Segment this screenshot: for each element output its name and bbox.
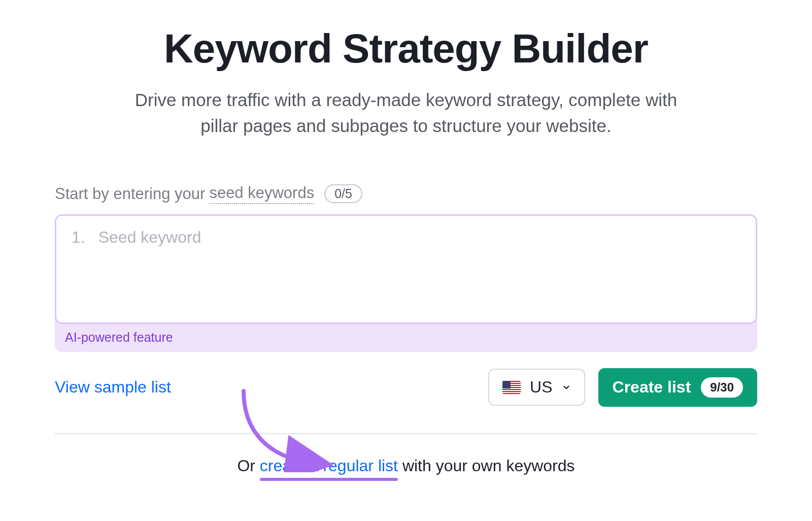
seed-input-panel: 1. Seed keyword AI-powered feature xyxy=(55,214,757,352)
seed-prompt-term: seed keywords xyxy=(209,184,314,204)
create-regular-list-link[interactable]: create a regular list xyxy=(260,457,398,475)
seed-index: 1. xyxy=(72,228,85,247)
view-sample-link[interactable]: View sample list xyxy=(55,378,171,397)
seed-placeholder: Seed keyword xyxy=(98,228,201,247)
create-list-button[interactable]: Create list 9/30 xyxy=(598,368,757,407)
section-divider xyxy=(55,433,757,434)
country-code: US xyxy=(530,378,552,397)
ai-feature-label: AI-powered feature xyxy=(55,324,757,352)
page-title: Keyword Strategy Builder xyxy=(55,25,757,72)
page-subtitle: Drive more traffic with a ready-made key… xyxy=(117,87,695,139)
country-select[interactable]: US xyxy=(488,369,585,406)
seed-keyword-input[interactable]: 1. Seed keyword xyxy=(55,214,757,324)
seed-count-badge: 0/5 xyxy=(324,184,362,203)
alternate-option-row: Or create a regular list with your own k… xyxy=(55,457,757,475)
us-flag-icon xyxy=(502,381,521,394)
create-list-count: 9/30 xyxy=(701,377,743,398)
controls-row: View sample list US Create list 9/30 xyxy=(55,368,757,407)
alt-prefix: Or xyxy=(237,457,259,475)
chevron-down-icon xyxy=(562,383,571,392)
seed-prompt-prefix: Start by entering your xyxy=(55,185,205,203)
alt-suffix: with your own keywords xyxy=(398,457,575,475)
create-list-label: Create list xyxy=(613,378,691,397)
seed-prompt-row: Start by entering your seed keywords 0/5 xyxy=(55,184,757,204)
